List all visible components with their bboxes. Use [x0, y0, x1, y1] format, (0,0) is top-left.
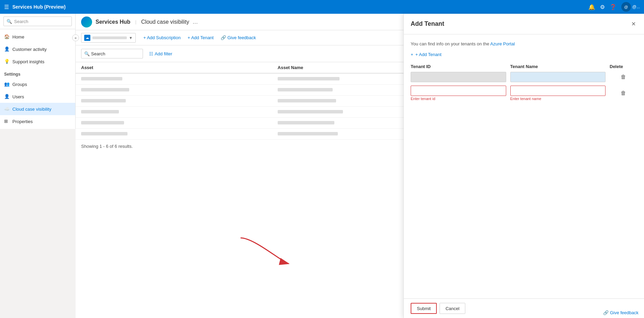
tenant-name-col-header: Tenant Name — [510, 64, 606, 69]
add-tenant-row[interactable]: + + Add Tenant — [411, 52, 637, 57]
chevron-down-icon: ▼ — [129, 36, 133, 40]
tenant-row-1: 🗑 — [411, 72, 637, 82]
tenant-name-input-2[interactable] — [510, 86, 606, 96]
sidebar-item-home[interactable]: 🏠 Home — [0, 31, 75, 43]
sidebar-item-label: Groups — [12, 82, 27, 87]
give-feedback-button[interactable]: 🔗 Give feedback — [217, 33, 259, 43]
azure-portal-link[interactable]: Azure Portal — [490, 41, 515, 46]
sidebar-item-label: Home — [12, 34, 24, 40]
panel-info-prefix: You can find info on your tenants on the — [411, 41, 489, 46]
sidebar-search-placeholder: Search — [14, 19, 28, 24]
tenant-name-field-2: Enter tenant name — [510, 86, 606, 101]
add-tenant-label: + Add Tenant — [415, 52, 442, 57]
subscription-dropdown[interactable]: ☁ ▼ — [81, 33, 136, 43]
home-icon: 🏠 — [4, 34, 10, 40]
user-menu[interactable]: @ @... — [621, 2, 640, 12]
page-header-separator: | — [135, 19, 136, 24]
cloud-icon: ☁️ — [4, 106, 10, 112]
asset-cell — [76, 118, 272, 129]
bottom-give-feedback[interactable]: 🔗 Give feedback — [603, 310, 639, 315]
sidebar-item-properties[interactable]: ⊞ Properties — [0, 115, 75, 128]
panel-close-button[interactable]: ✕ — [630, 19, 637, 29]
hamburger-icon[interactable]: ☰ — [4, 4, 9, 10]
plus-icon: + — [411, 52, 413, 57]
tenant-id-input-1[interactable] — [411, 72, 506, 82]
panel-title: Add Tenant — [411, 20, 444, 28]
panel-info-text: You can find info on your tenants on the… — [411, 41, 637, 46]
tenant-id-field-2: Enter tenant id — [411, 86, 506, 101]
tenant-name-error: Enter tenant name — [510, 97, 606, 101]
filter-icon: ☷ — [149, 51, 153, 56]
sidebar-item-cloud-case-visibility[interactable]: ☁️ Cloud case visibility — [0, 103, 75, 115]
avatar — [81, 17, 92, 28]
delete-tenant-button-2[interactable]: 🗑 — [621, 90, 626, 96]
search-icon: 🔍 — [7, 19, 12, 24]
username: @... — [632, 4, 640, 9]
sidebar-item-support-insights[interactable]: 💡 Support insights — [0, 55, 75, 68]
delete-col-2: 🗑 — [610, 90, 637, 96]
search-icon: 🔍 — [84, 51, 90, 56]
feedback-icon: 🔗 — [603, 310, 609, 315]
tenant-row-2: Enter tenant id Enter tenant name 🗑 — [411, 86, 637, 101]
tenant-name-input-1[interactable] — [510, 72, 606, 82]
asset-cell — [76, 129, 272, 140]
sidebar-item-users[interactable]: 👤 Users — [0, 90, 75, 103]
delete-tenant-button-1[interactable]: 🗑 — [621, 74, 626, 80]
tenant-name-field-1 — [510, 72, 606, 82]
sidebar-item-label: Cloud case visibility — [12, 107, 51, 112]
settings-section-label: Settings — [0, 68, 75, 78]
tenant-grid-header: Tenant ID Tenant Name Delete — [411, 64, 637, 69]
cancel-button[interactable]: Cancel — [440, 303, 465, 314]
avatar: @ — [621, 2, 631, 12]
insights-icon: 💡 — [4, 59, 10, 64]
sidebar-wrapper: 🔍 Search 🏠 Home 👤 Customer activity 💡 Su… — [0, 14, 76, 318]
add-tenant-button[interactable]: + Add Tenant — [184, 33, 217, 43]
give-feedback-text: Give feedback — [610, 310, 639, 315]
help-icon[interactable]: ❓ — [610, 4, 617, 10]
settings-icon[interactable]: ⚙ — [600, 4, 605, 10]
asset-cell — [76, 73, 272, 85]
sidebar: 🔍 Search 🏠 Home 👤 Customer activity 💡 Su… — [0, 14, 76, 129]
more-options-button[interactable]: ... — [192, 18, 198, 25]
feedback-icon: 🔗 — [221, 35, 226, 40]
panel-header: Add Tenant ✕ — [404, 14, 644, 34]
add-subscription-button[interactable]: + Add Subscription — [140, 33, 184, 43]
sidebar-search: 🔍 Search — [0, 14, 75, 29]
tenant-id-input-2[interactable] — [411, 86, 506, 96]
bell-icon[interactable]: 🔔 — [588, 4, 595, 10]
topbar-right: 🔔 ⚙ ❓ @ @... — [588, 2, 640, 12]
delete-col-header: Delete — [610, 64, 637, 69]
add-tenant-panel: Add Tenant ✕ You can find info on your t… — [403, 14, 644, 318]
tenant-id-col-header: Tenant ID — [411, 64, 506, 69]
page-subtitle: Cloud case visibility — [141, 19, 189, 25]
add-filter-button[interactable]: ☷ Add filter — [146, 49, 176, 58]
sidebar-collapse-button[interactable]: « — [72, 34, 79, 41]
asset-cell — [76, 96, 272, 107]
sidebar-search-input[interactable]: 🔍 Search — [3, 17, 72, 26]
tenant-id-field-1 — [411, 72, 506, 82]
table-search-placeholder: Search — [91, 51, 105, 56]
groups-icon: 👥 — [4, 81, 10, 87]
filter-label: Add filter — [155, 51, 172, 56]
sidebar-item-label: Users — [12, 94, 24, 99]
submit-button[interactable]: Submit — [411, 303, 437, 314]
sidebar-item-label: Support insights — [12, 59, 44, 64]
sidebar-item-customer-activity[interactable]: 👤 Customer activity — [0, 43, 75, 55]
properties-icon: ⊞ — [4, 119, 10, 124]
sidebar-item-groups[interactable]: 👥 Groups — [0, 78, 75, 90]
give-feedback-label: Give feedback — [227, 35, 256, 40]
page-header-title: Services Hub — [96, 19, 130, 25]
col-header-asset: Asset — [76, 62, 272, 73]
sidebar-nav: 🏠 Home 👤 Customer activity 💡 Support ins… — [0, 29, 75, 129]
asset-cell — [76, 85, 272, 96]
topbar-left: ☰ Services Hub (Preview) — [4, 4, 66, 10]
panel-body: You can find info on your tenants on the… — [404, 34, 644, 298]
sidebar-item-label: Properties — [12, 119, 33, 124]
asset-cell — [76, 107, 272, 118]
table-search[interactable]: 🔍 Search — [81, 49, 143, 58]
tenant-id-error: Enter tenant id — [411, 97, 506, 101]
activity-icon: 👤 — [4, 46, 10, 52]
topbar-title: Services Hub (Preview) — [12, 4, 66, 10]
subscription-bar — [92, 36, 127, 39]
sidebar-item-label: Customer activity — [12, 47, 47, 52]
